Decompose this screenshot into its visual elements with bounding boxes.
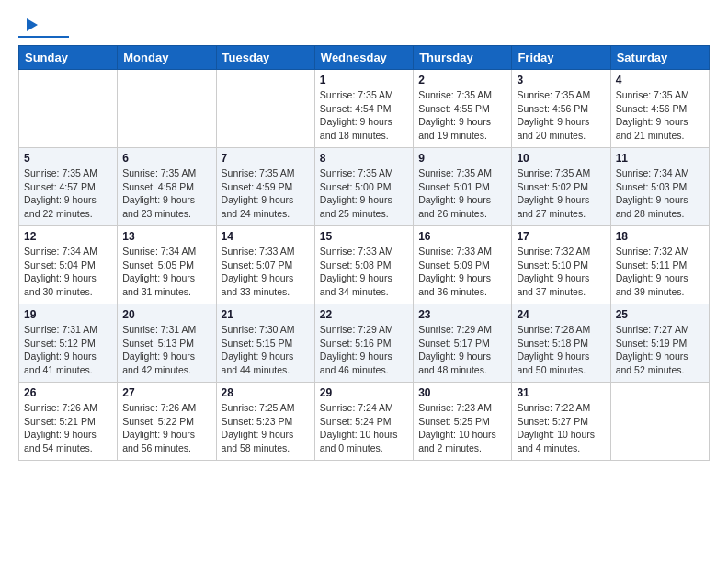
calendar-week-row: 26Sunrise: 7:26 AM Sunset: 5:21 PM Dayli…: [19, 383, 710, 461]
day-number: 20: [122, 308, 210, 321]
calendar-cell: 29Sunrise: 7:24 AM Sunset: 5:24 PM Dayli…: [314, 383, 413, 461]
calendar-cell: 9Sunrise: 7:35 AM Sunset: 5:01 PM Daylig…: [414, 148, 512, 226]
day-number: 18: [616, 230, 704, 243]
calendar-cell: 21Sunrise: 7:30 AM Sunset: 5:15 PM Dayli…: [216, 304, 314, 383]
day-number: 11: [616, 152, 704, 165]
day-info: Sunrise: 7:35 AM Sunset: 4:56 PM Dayligh…: [616, 88, 704, 143]
day-number: 23: [418, 308, 506, 321]
calendar-cell: 25Sunrise: 7:27 AM Sunset: 5:19 PM Dayli…: [610, 304, 709, 383]
day-info: Sunrise: 7:34 AM Sunset: 5:05 PM Dayligh…: [122, 245, 210, 299]
calendar-cell: 1Sunrise: 7:35 AM Sunset: 4:54 PM Daylig…: [314, 70, 413, 148]
day-number: 16: [418, 230, 506, 243]
day-info: Sunrise: 7:25 AM Sunset: 5:23 PM Dayligh…: [222, 401, 310, 455]
calendar-cell: 27Sunrise: 7:26 AM Sunset: 5:22 PM Dayli…: [118, 383, 216, 461]
weekday-header-friday: Friday: [512, 46, 610, 70]
day-info: Sunrise: 7:35 AM Sunset: 4:55 PM Dayligh…: [418, 88, 506, 143]
day-info: Sunrise: 7:27 AM Sunset: 5:19 PM Dayligh…: [616, 323, 704, 377]
day-number: 4: [616, 74, 704, 86]
calendar-cell: 8Sunrise: 7:35 AM Sunset: 5:00 PM Daylig…: [314, 148, 413, 226]
day-number: 22: [320, 308, 408, 321]
calendar-cell: [19, 70, 118, 148]
header: [18, 15, 710, 38]
day-number: 9: [418, 152, 506, 165]
day-number: 10: [517, 152, 605, 165]
calendar-cell: [610, 383, 709, 461]
calendar-cell: 12Sunrise: 7:34 AM Sunset: 5:04 PM Dayli…: [19, 226, 118, 304]
day-number: 14: [222, 230, 310, 243]
calendar-cell: 16Sunrise: 7:33 AM Sunset: 5:09 PM Dayli…: [414, 226, 512, 304]
day-number: 3: [517, 74, 605, 86]
calendar-cell: 2Sunrise: 7:35 AM Sunset: 4:55 PM Daylig…: [414, 70, 512, 148]
day-number: 30: [418, 386, 506, 399]
weekday-header-saturday: Saturday: [610, 46, 709, 70]
day-number: 26: [24, 386, 112, 399]
weekday-header-wednesday: Wednesday: [314, 46, 413, 70]
calendar-header-row: SundayMondayTuesdayWednesdayThursdayFrid…: [19, 46, 710, 70]
day-info: Sunrise: 7:26 AM Sunset: 5:22 PM Dayligh…: [122, 401, 210, 455]
day-info: Sunrise: 7:31 AM Sunset: 5:12 PM Dayligh…: [24, 323, 112, 377]
day-info: Sunrise: 7:32 AM Sunset: 5:11 PM Dayligh…: [616, 245, 704, 299]
weekday-header-tuesday: Tuesday: [216, 46, 314, 70]
calendar-table: SundayMondayTuesdayWednesdayThursdayFrid…: [18, 45, 710, 461]
day-info: Sunrise: 7:26 AM Sunset: 5:21 PM Dayligh…: [24, 401, 112, 455]
day-info: Sunrise: 7:30 AM Sunset: 5:15 PM Dayligh…: [222, 323, 310, 377]
day-number: 7: [222, 152, 310, 165]
day-number: 17: [517, 230, 605, 243]
day-info: Sunrise: 7:34 AM Sunset: 5:03 PM Dayligh…: [616, 167, 704, 221]
day-number: 27: [122, 386, 210, 399]
day-number: 31: [517, 386, 605, 399]
calendar-cell: 15Sunrise: 7:33 AM Sunset: 5:08 PM Dayli…: [314, 226, 413, 304]
calendar-week-row: 5Sunrise: 7:35 AM Sunset: 4:57 PM Daylig…: [19, 148, 710, 226]
day-info: Sunrise: 7:35 AM Sunset: 4:59 PM Dayligh…: [222, 167, 310, 221]
day-number: 25: [616, 308, 704, 321]
calendar-cell: 18Sunrise: 7:32 AM Sunset: 5:11 PM Dayli…: [610, 226, 709, 304]
calendar-cell: 28Sunrise: 7:25 AM Sunset: 5:23 PM Dayli…: [216, 383, 314, 461]
calendar-cell: 6Sunrise: 7:35 AM Sunset: 4:58 PM Daylig…: [118, 148, 216, 226]
calendar-cell: 7Sunrise: 7:35 AM Sunset: 4:59 PM Daylig…: [216, 148, 314, 226]
calendar-cell: 23Sunrise: 7:29 AM Sunset: 5:17 PM Dayli…: [414, 304, 512, 383]
day-info: Sunrise: 7:31 AM Sunset: 5:13 PM Dayligh…: [122, 323, 210, 377]
day-info: Sunrise: 7:32 AM Sunset: 5:10 PM Dayligh…: [517, 245, 605, 299]
day-info: Sunrise: 7:29 AM Sunset: 5:16 PM Dayligh…: [320, 323, 408, 377]
page: SundayMondayTuesdayWednesdayThursdayFrid…: [0, 0, 728, 470]
calendar-week-row: 12Sunrise: 7:34 AM Sunset: 5:04 PM Dayli…: [19, 226, 710, 304]
calendar-cell: 24Sunrise: 7:28 AM Sunset: 5:18 PM Dayli…: [512, 304, 610, 383]
calendar-cell: 5Sunrise: 7:35 AM Sunset: 4:57 PM Daylig…: [19, 148, 118, 226]
calendar-cell: 19Sunrise: 7:31 AM Sunset: 5:12 PM Dayli…: [19, 304, 118, 383]
day-number: 24: [517, 308, 605, 321]
calendar-cell: 26Sunrise: 7:26 AM Sunset: 5:21 PM Dayli…: [19, 383, 118, 461]
calendar-cell: 20Sunrise: 7:31 AM Sunset: 5:13 PM Dayli…: [118, 304, 216, 383]
day-info: Sunrise: 7:35 AM Sunset: 4:58 PM Dayligh…: [122, 167, 210, 221]
day-info: Sunrise: 7:23 AM Sunset: 5:25 PM Dayligh…: [418, 401, 506, 455]
calendar-cell: 10Sunrise: 7:35 AM Sunset: 5:02 PM Dayli…: [512, 148, 610, 226]
day-info: Sunrise: 7:33 AM Sunset: 5:09 PM Dayligh…: [418, 245, 506, 299]
day-info: Sunrise: 7:29 AM Sunset: 5:17 PM Dayligh…: [418, 323, 506, 377]
logo-underline: [18, 36, 69, 38]
weekday-header-thursday: Thursday: [414, 46, 512, 70]
day-info: Sunrise: 7:34 AM Sunset: 5:04 PM Dayligh…: [24, 245, 112, 299]
day-number: 2: [418, 74, 506, 86]
calendar-cell: [118, 70, 216, 148]
calendar-cell: 22Sunrise: 7:29 AM Sunset: 5:16 PM Dayli…: [314, 304, 413, 383]
weekday-header-sunday: Sunday: [19, 46, 118, 70]
calendar-cell: 13Sunrise: 7:34 AM Sunset: 5:05 PM Dayli…: [118, 226, 216, 304]
day-info: Sunrise: 7:35 AM Sunset: 4:54 PM Dayligh…: [320, 88, 408, 143]
calendar-cell: 4Sunrise: 7:35 AM Sunset: 4:56 PM Daylig…: [610, 70, 709, 148]
day-info: Sunrise: 7:35 AM Sunset: 4:57 PM Dayligh…: [24, 167, 112, 221]
calendar-cell: 3Sunrise: 7:35 AM Sunset: 4:56 PM Daylig…: [512, 70, 610, 148]
day-info: Sunrise: 7:22 AM Sunset: 5:27 PM Dayligh…: [517, 401, 605, 455]
day-number: 15: [320, 230, 408, 243]
day-info: Sunrise: 7:33 AM Sunset: 5:08 PM Dayligh…: [320, 245, 408, 299]
day-info: Sunrise: 7:35 AM Sunset: 4:56 PM Dayligh…: [517, 88, 605, 143]
day-number: 5: [24, 152, 112, 165]
calendar-cell: [216, 70, 314, 148]
calendar-week-row: 1Sunrise: 7:35 AM Sunset: 4:54 PM Daylig…: [19, 70, 710, 148]
calendar-week-row: 19Sunrise: 7:31 AM Sunset: 5:12 PM Dayli…: [19, 304, 710, 383]
day-number: 21: [222, 308, 310, 321]
calendar-cell: 14Sunrise: 7:33 AM Sunset: 5:07 PM Dayli…: [216, 226, 314, 304]
day-info: Sunrise: 7:35 AM Sunset: 5:00 PM Dayligh…: [320, 167, 408, 221]
calendar-cell: 31Sunrise: 7:22 AM Sunset: 5:27 PM Dayli…: [512, 383, 610, 461]
logo-icon: [19, 15, 40, 35]
calendar-cell: 17Sunrise: 7:32 AM Sunset: 5:10 PM Dayli…: [512, 226, 610, 304]
calendar-cell: 30Sunrise: 7:23 AM Sunset: 5:25 PM Dayli…: [414, 383, 512, 461]
